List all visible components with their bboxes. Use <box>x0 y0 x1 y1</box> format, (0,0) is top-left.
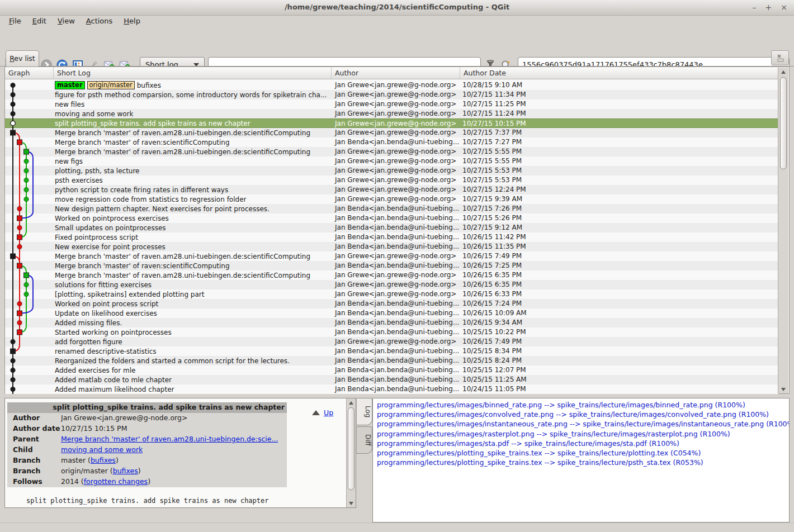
commit-row[interactable]: Worked on pointprocess exercisesJan Bend… <box>5 213 778 223</box>
scroll-down-icon[interactable] <box>778 385 788 393</box>
commit-row[interactable]: masterorigin/masterbufixesJan Grewe<jan.… <box>5 80 778 90</box>
commit-row[interactable]: Update on likelihood exercisesJan Benda<… <box>5 308 778 318</box>
commit-row[interactable]: new figsJan Grewe<jan.grewe@g-node.org>1… <box>5 156 778 166</box>
short-log-cell: move regression code from statistics to … <box>54 194 332 204</box>
maximize-button[interactable]: + <box>765 0 772 15</box>
tab-tool-button[interactable] <box>771 50 789 65</box>
short-log-cell: new files <box>54 99 332 109</box>
side-tab-log[interactable]: Log <box>356 398 372 425</box>
commit-row[interactable]: [plotting, spiketrains] extended plottin… <box>5 289 778 299</box>
commit-row[interactable]: moving and some workJan Grewe<jan.grewe@… <box>5 109 778 118</box>
details-scrollbar[interactable] <box>346 398 356 507</box>
commit-row[interactable]: Added maximum likelihood chapterJan Bend… <box>5 384 778 394</box>
commit-row[interactable]: plotting, psth, sta lectureJan Grewe<jan… <box>5 166 778 175</box>
author-cell: Jan Grewe<jan.grewe@g-node.org> <box>332 128 460 137</box>
detail-link[interactable]: forgotten changes <box>84 477 148 486</box>
menu-file[interactable]: File <box>3 15 27 28</box>
close-button[interactable]: × <box>781 0 787 15</box>
scroll-down-icon[interactable] <box>347 499 356 507</box>
title-bar[interactable]: /home/grewe/teaching/2014/scientificComp… <box>0 0 794 16</box>
commit-row[interactable]: Added missing files.Jan Benda<jan.benda@… <box>5 318 778 327</box>
menu-actions[interactable]: Actions <box>81 15 119 28</box>
commit-row[interactable]: Merge branch 'master' of raven:scientifi… <box>5 137 778 147</box>
graph-cell <box>5 365 54 375</box>
file-rename-entry[interactable]: programming/lectures/images/binned_rate.… <box>377 400 789 410</box>
author-cell: Jan Grewe<jan.grewe@g-node.org> <box>332 251 460 261</box>
scroll-up-icon[interactable] <box>778 68 788 76</box>
commit-row[interactable]: Added exercises for mleJan Benda<jan.ben… <box>5 365 778 375</box>
author-date-cell: 10/27/15 5:53 PM <box>460 175 778 185</box>
author-date-cell: 10/27/15 9:39 AM <box>460 194 778 204</box>
tab-rev-list[interactable]: Rev list <box>6 50 39 66</box>
details-scrollbar-thumb[interactable] <box>348 407 355 490</box>
up-link[interactable]: Up <box>324 408 333 417</box>
column-header-author-date[interactable]: Author Date <box>460 67 778 79</box>
commit-row[interactable]: Worked on point process scriptJan Benda<… <box>5 299 778 308</box>
file-rename-entry[interactable]: programming/lectures/plotting_spike_trai… <box>377 458 789 467</box>
commit-row[interactable]: move regression code from statistics to … <box>5 194 778 204</box>
commit-row[interactable]: Small updates on pointprocessesJan Benda… <box>5 223 778 232</box>
commit-row[interactable]: Merge branch 'master' of raven.am28.uni-… <box>5 270 778 280</box>
detail-link[interactable]: bufixes <box>113 467 138 475</box>
detail-link[interactable]: Merge branch 'master' of raven.am28.uni-… <box>61 435 278 443</box>
detail-row-branch: Branchorigin/master (bufixes) <box>7 466 287 477</box>
short-log-cell: Merge branch 'master' of raven:scientifi… <box>54 137 332 147</box>
commit-row[interactable]: Merge branch 'master' of raven:scientifi… <box>5 261 778 270</box>
commit-row[interactable]: renamed descriptive-statisticsJan Benda<… <box>5 346 778 356</box>
window-title: /home/grewe/teaching/2014/scientificComp… <box>0 0 794 15</box>
detail-row-follows: Follows2014 (forgotten changes) <box>7 477 287 487</box>
commit-row[interactable]: Merge branch 'master' of raven.am28.uni-… <box>5 147 778 156</box>
commit-row[interactable]: New exercise for point processesJan Bend… <box>5 242 778 251</box>
column-header-graph[interactable]: Graph <box>5 67 54 79</box>
file-rename-entry[interactable]: programming/lectures/images/instantaneou… <box>377 419 789 429</box>
short-log-cell: Merge branch 'master' of raven.am28.uni-… <box>54 128 332 137</box>
detail-row-author-date: Author date10/27/15 10:15 PM <box>7 424 287 434</box>
menu-view[interactable]: View <box>52 15 81 28</box>
short-log-text: Update on likelihood exercises <box>55 309 157 318</box>
author-cell: Jan Benda<jan.benda@uni-tuebing... <box>332 299 460 308</box>
detail-value: 2014 (forgotten changes) <box>61 477 150 487</box>
commit-rows: masterorigin/masterbufixesJan Grewe<jan.… <box>5 80 778 394</box>
short-log-text: Fixed pointprocess script <box>55 233 138 242</box>
minimize-button[interactable]: – <box>753 0 757 15</box>
short-log-cell: Added matlab code to mle chapter <box>54 375 332 384</box>
commit-row[interactable]: new filesJan Grewe<jan.grewe@g-node.org>… <box>5 99 778 109</box>
commit-row[interactable]: figure for psth method comparsion, some … <box>5 90 778 99</box>
commit-row[interactable]: Merge branch 'master' of raven.am28.uni-… <box>5 128 778 137</box>
scroll-up-icon[interactable] <box>347 398 356 407</box>
commit-row[interactable]: Reorganized the folders and started a co… <box>5 356 778 365</box>
menu-help[interactable]: Help <box>118 15 146 28</box>
detail-label: Author <box>7 413 61 424</box>
file-rename-entry[interactable]: programming/lectures/images/rasterplot.p… <box>377 429 789 439</box>
short-log-cell: Update on likelihood exercises <box>54 308 332 318</box>
graph-cell <box>5 109 54 118</box>
commit-row[interactable]: Merge branch 'master' of raven.am28.uni-… <box>5 251 778 261</box>
menu-edit[interactable]: Edit <box>27 15 52 28</box>
short-log-text: moving and some work <box>55 110 133 118</box>
commit-row[interactable]: solutions for fitting exercisesJan Grewe… <box>5 280 778 289</box>
author-date-cell: 10/26/15 6:33 PM <box>460 289 778 299</box>
commit-row[interactable]: python script to create firing rates in … <box>5 185 778 194</box>
commit-row[interactable]: add forgotten figureJan Grewe<jan.grewe@… <box>5 337 778 346</box>
detail-link[interactable]: moving and some work <box>61 445 143 454</box>
commit-row[interactable]: Added matlab code to mle chapterJan Bend… <box>5 375 778 384</box>
author-cell: Jan Grewe<jan.grewe@g-node.org> <box>332 109 460 118</box>
detail-link[interactable]: bufixes <box>91 456 116 464</box>
file-rename-entry[interactable]: programming/lectures/plotting_spike_trai… <box>377 448 789 458</box>
commit-row[interactable]: psth exercisesJan Grewe<jan.grewe@g-node… <box>5 175 778 185</box>
author-cell: Jan Grewe<jan.grewe@g-node.org> <box>332 185 460 194</box>
file-rename-entry[interactable]: programming/lectures/images/convolved_ra… <box>377 410 789 419</box>
side-tab-diff[interactable]: Diff <box>356 426 372 454</box>
commit-row[interactable]: Fixed pointprocess scriptJan Benda<jan.b… <box>5 232 778 242</box>
file-rename-entry[interactable]: programming/lectures/images/sta.pdf --> … <box>377 439 789 448</box>
commit-row[interactable]: split plotting_spike trains. add spike t… <box>5 118 778 128</box>
column-header-author[interactable]: Author <box>332 67 460 79</box>
column-header-short-log[interactable]: Short Log <box>54 67 332 79</box>
table-scrollbar-thumb[interactable] <box>780 77 787 169</box>
qgit-window: /home/grewe/teaching/2014/scientificComp… <box>0 0 794 532</box>
table-scrollbar[interactable] <box>778 68 788 393</box>
detail-label: Parent <box>7 434 61 445</box>
commit-row[interactable]: New design pattern chapter. Next exercis… <box>5 204 778 213</box>
author-date-cell: 10/25/15 11:25 AM <box>460 375 778 384</box>
commit-row[interactable]: Started working on pointprocessesJan Ben… <box>5 327 778 337</box>
